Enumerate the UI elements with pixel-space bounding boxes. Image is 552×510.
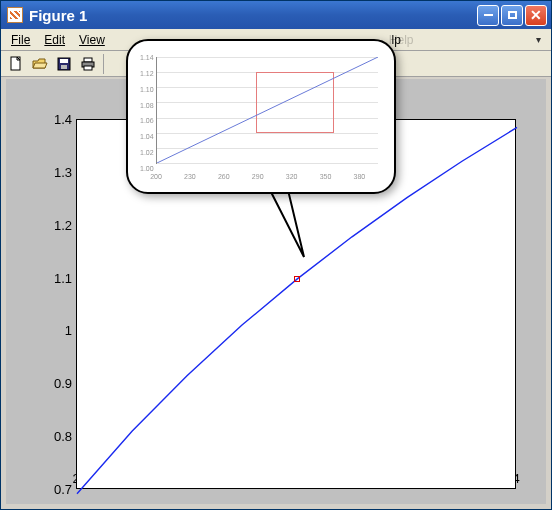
inset-ytick: 1.02 xyxy=(140,149,154,156)
inset-xtick: 230 xyxy=(184,173,196,180)
inset-ytick: 1.06 xyxy=(140,117,154,124)
ytick-label: 0.8 xyxy=(40,429,72,444)
matlab-icon xyxy=(7,7,23,23)
inset-ytick: 1.00 xyxy=(140,165,154,172)
inset-xtick: 380 xyxy=(354,173,366,180)
inset-axes: 1.001.021.041.061.081.101.121.14 2002302… xyxy=(138,51,384,182)
inset-xtick: 320 xyxy=(286,173,298,180)
inset-xtick: 350 xyxy=(320,173,332,180)
save-button[interactable] xyxy=(53,53,75,75)
menu-overflow-icon[interactable]: ▾ xyxy=(530,34,547,45)
menu-view[interactable]: View xyxy=(73,31,111,49)
figure-window: Figure 1 ✕ File Edit View Helplp ▾ 1.4 1… xyxy=(0,0,552,510)
close-button[interactable]: ✕ xyxy=(525,5,547,26)
print-button[interactable] xyxy=(77,53,99,75)
inset-ytick: 1.12 xyxy=(140,69,154,76)
menu-file[interactable]: File xyxy=(5,31,36,49)
window-controls: ✕ xyxy=(477,5,547,26)
ytick-label: 1.2 xyxy=(40,217,72,232)
print-icon xyxy=(80,56,96,72)
inset-line xyxy=(157,57,378,163)
ytick-label: 1 xyxy=(40,323,72,338)
svg-rect-3 xyxy=(61,65,67,69)
inset-xtick: 200 xyxy=(150,173,162,180)
svg-rect-2 xyxy=(60,59,68,63)
ytick-label: 1.4 xyxy=(40,112,72,127)
window-title: Figure 1 xyxy=(29,7,477,24)
ytick-label: 0.9 xyxy=(40,376,72,391)
inset-xtick: 260 xyxy=(218,173,230,180)
svg-rect-6 xyxy=(84,66,92,70)
titlebar[interactable]: Figure 1 ✕ xyxy=(1,1,551,29)
minimize-button[interactable] xyxy=(477,5,499,26)
open-folder-icon xyxy=(32,56,48,72)
save-floppy-icon xyxy=(56,56,72,72)
inset-ytick: 1.10 xyxy=(140,85,154,92)
inset-ytick: 1.04 xyxy=(140,133,154,140)
maximize-button[interactable] xyxy=(501,5,523,26)
inset-ytick: 1.14 xyxy=(140,54,154,61)
inset-ytick: 1.08 xyxy=(140,101,154,108)
inset-xtick: 290 xyxy=(252,173,264,180)
toolbar-separator xyxy=(103,54,104,74)
callout-bubble: 1.001.021.041.061.081.101.121.14 2002302… xyxy=(126,39,396,194)
figure-canvas: 1.4 1.3 1.2 1.1 1 0.9 0.8 0.7 2 2.5 3 3.… xyxy=(6,79,546,504)
ytick-label: 1.3 xyxy=(40,164,72,179)
svg-line-7 xyxy=(157,57,378,163)
new-file-icon xyxy=(8,56,24,72)
menu-edit[interactable]: Edit xyxy=(38,31,71,49)
open-button[interactable] xyxy=(29,53,51,75)
new-figure-button[interactable] xyxy=(5,53,27,75)
ytick-label: 1.1 xyxy=(40,270,72,285)
ytick-label: 0.7 xyxy=(40,482,72,497)
svg-rect-4 xyxy=(84,58,92,62)
